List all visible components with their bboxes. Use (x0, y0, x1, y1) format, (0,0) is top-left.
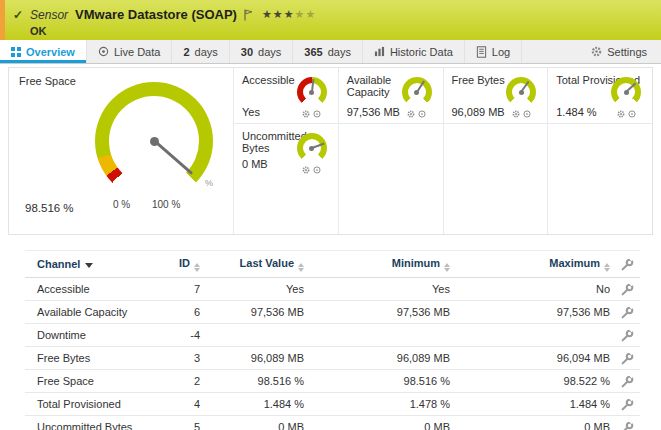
sensor-page: ✓ Sensor VMware Datastore (SOAP) ★★★★★ O… (0, 0, 661, 430)
tab-number: 30 (241, 46, 253, 58)
tab-settings[interactable]: Settings (580, 40, 661, 63)
minimum-cell: 97,536 MB (304, 306, 450, 318)
column-label: Maximum (549, 257, 600, 269)
priority-stars[interactable]: ★★★★★ (262, 8, 316, 21)
gauge-cell-available-capacity: Available Capacity 97,536 MB (338, 68, 443, 124)
edit-channel-icon[interactable] (621, 398, 634, 411)
channel-cell: Total Provisioned (25, 398, 155, 410)
column-label: Channel (37, 258, 80, 270)
edit-channel-icon[interactable] (621, 306, 634, 319)
column-header-id[interactable]: ID (155, 257, 200, 272)
gauge-value: 1.484 % (556, 106, 596, 118)
column-label: Last Value (240, 257, 294, 269)
edit-channels-icon[interactable] (621, 258, 634, 271)
edit-channel-icon[interactable] (621, 352, 634, 365)
last-value-cell: 96,089 MB (200, 352, 304, 364)
table-row[interactable]: Free Space 2 98.516 % 98.516 % 98.522 % (25, 370, 640, 393)
gauge-pivot (309, 146, 314, 151)
maximum-cell: No (450, 283, 610, 295)
gauge-cell-empty (338, 124, 443, 234)
flag-icon[interactable] (244, 9, 253, 21)
sensor-header: ✓ Sensor VMware Datastore (SOAP) ★★★★★ O… (0, 0, 661, 40)
stars-empty: ★★ (295, 8, 317, 20)
channel-cell: Free Space (25, 375, 155, 387)
id-cell: 7 (155, 283, 200, 295)
channel-cell: Accessible (25, 283, 155, 295)
maximum-cell: 96,094 MB (450, 352, 610, 364)
column-header-maximum[interactable]: Maximum (450, 257, 610, 272)
free-bytes-gauge (506, 77, 536, 107)
table-row[interactable]: Accessible 7 Yes Yes No (25, 278, 640, 301)
column-header-last-value[interactable]: Last Value (200, 257, 304, 272)
tab-label: Log (492, 46, 510, 58)
tab-2-days[interactable]: 2 days (172, 40, 229, 63)
channel-settings-icon[interactable] (512, 110, 520, 118)
channel-info-icon[interactable] (628, 110, 636, 118)
gauge-value: 96,089 MB (452, 106, 505, 118)
gauge-cell-free-space: Free Space 0 % 100 % % 98.516 % (9, 68, 233, 234)
gauge-cell-free-bytes: Free Bytes 96,089 MB (443, 68, 548, 124)
channel-info-icon[interactable] (418, 110, 426, 118)
channel-settings-icon[interactable] (617, 110, 625, 118)
channel-cell: Uncommitted Bytes (25, 421, 155, 430)
gauge-scale-max: 100 % (152, 199, 180, 210)
column-header-channel[interactable]: Channel (25, 258, 155, 270)
table-row[interactable]: Available Capacity 6 97,536 MB 97,536 MB… (25, 301, 640, 324)
gauge-cell-total-provisioned: Total Provisioned 1.484 % (547, 68, 652, 124)
gauge-label: Free Space (19, 75, 76, 87)
total-provisioned-gauge (611, 77, 641, 107)
uncommitted-bytes-gauge (297, 133, 327, 163)
id-cell: 5 (155, 421, 200, 430)
gauge-value: 97,536 MB (347, 106, 400, 118)
last-value-cell: 98.516 % (200, 375, 304, 387)
accessible-gauge (297, 77, 327, 107)
table-row[interactable]: Downtime -4 (25, 324, 640, 347)
channel-settings-icon[interactable] (407, 110, 415, 118)
channel-settings-icon[interactable] (302, 166, 310, 174)
gauge-scale-min: 0 % (113, 199, 130, 210)
maximum-cell: 97,536 MB (450, 306, 610, 318)
gauge-pivot (414, 90, 419, 95)
channel-info-icon[interactable] (313, 166, 321, 174)
page-title: VMware Datastore (SOAP) (75, 7, 237, 22)
channel-cell: Available Capacity (25, 306, 155, 318)
table-row[interactable]: Free Bytes 3 96,089 MB 96,089 MB 96,094 … (25, 347, 640, 370)
channel-settings-icon[interactable] (302, 110, 310, 118)
column-header-minimum[interactable]: Minimum (304, 257, 450, 272)
log-icon (476, 46, 487, 58)
minimum-cell: 96,089 MB (304, 352, 450, 364)
tab-30-days[interactable]: 30 days (230, 40, 294, 63)
gauge-cell-empty (443, 124, 548, 234)
channel-info-icon[interactable] (313, 110, 321, 118)
channel-table: Channel ID Last Value Minimum Maximum Ac… (25, 250, 640, 430)
last-value-cell: 1.484 % (200, 398, 304, 410)
channel-info-icon[interactable] (523, 110, 531, 118)
edit-channel-icon[interactable] (621, 421, 634, 430)
last-value-cell: Yes (200, 283, 304, 295)
minimum-cell: 0 MB (304, 421, 450, 430)
free-space-gauge (95, 82, 213, 200)
id-cell: 3 (155, 352, 200, 364)
maximum-cell: 98.522 % (450, 375, 610, 387)
minimum-cell: 98.516 % (304, 375, 450, 387)
gauge-pivot (150, 137, 159, 146)
table-row[interactable]: Total Provisioned 4 1.484 % 1.478 % 1.48… (25, 393, 640, 416)
edit-channel-icon[interactable] (621, 329, 634, 342)
table-row[interactable]: Uncommitted Bytes 5 0 MB 0 MB 0 MB (25, 416, 640, 430)
tab-bar: Overview Live Data 2 days 30 days 365 da… (0, 40, 661, 64)
id-cell: -4 (155, 329, 200, 341)
historic-data-icon (374, 46, 385, 57)
status-check-icon: ✓ (13, 8, 23, 22)
edit-channel-icon[interactable] (621, 283, 634, 296)
gear-icon (591, 46, 602, 57)
tab-log[interactable]: Log (465, 40, 522, 63)
tab-overview[interactable]: Overview (0, 40, 87, 63)
tab-365-days[interactable]: 365 days (293, 40, 363, 63)
tab-live-data[interactable]: Live Data (87, 40, 172, 63)
tab-historic-data[interactable]: Historic Data (363, 40, 465, 63)
edit-channel-icon[interactable] (621, 375, 634, 388)
channel-cell: Free Bytes (25, 352, 155, 364)
gauge-cell-uncommitted-bytes: Uncommitted Bytes 0 MB (233, 124, 338, 234)
channel-cell: Downtime (25, 329, 155, 341)
gauge-value: 98.516 % (25, 202, 74, 214)
